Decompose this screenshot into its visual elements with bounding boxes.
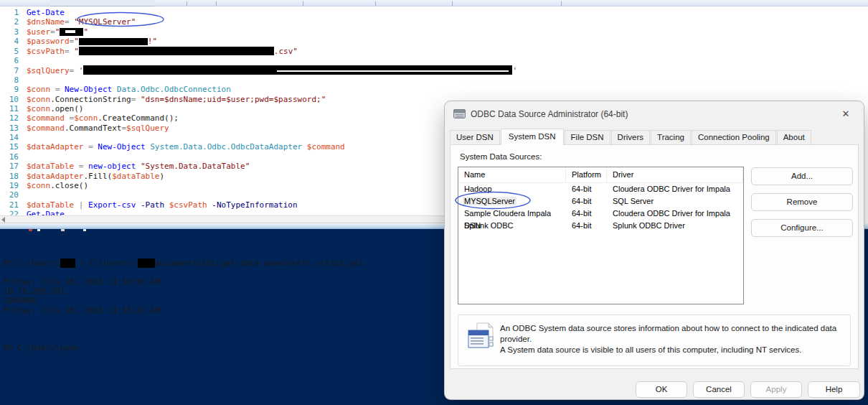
line-number: 10: [0, 95, 19, 104]
tab-about[interactable]: About: [777, 130, 811, 144]
console-line: [4, 230, 364, 239]
code-line[interactable]: 3$user="": [0, 27, 868, 37]
line-number: 7: [0, 66, 19, 75]
tab-drivers[interactable]: Drivers: [611, 130, 650, 144]
dsn-driver: Cloudera ODBC Driver for Impala: [607, 183, 743, 195]
code-line[interactable]: 2$dnsName= "MYSQLServer": [0, 17, 868, 27]
line-number: 19: [0, 181, 19, 190]
line-number: 1: [0, 8, 19, 17]
code-line[interactable]: 9$conn = New-Object Data.Odbc.OdbcConnec…: [0, 85, 868, 94]
line-number: 11: [0, 104, 19, 113]
screen: 1Get-Date2$dnsName= "MYSQLServer"3$user=…: [0, 0, 868, 405]
code-line[interactable]: 5$csvPath= ".csv": [0, 47, 868, 56]
tab-strip-tick: [561, 1, 562, 6]
line-number: 3: [0, 27, 19, 37]
tab-strip-tick: [187, 1, 187, 6]
odbc-app-icon: [453, 108, 466, 119]
line-number: 6: [0, 56, 19, 65]
cancel-button[interactable]: Cancel: [693, 381, 745, 398]
add-button[interactable]: Add...: [751, 167, 853, 185]
column-header-platform: Platform: [566, 167, 607, 182]
line-number: 17: [0, 162, 19, 171]
dsn-name: MYSQLServer: [458, 195, 566, 208]
column-header-name: Name: [458, 167, 566, 182]
system-dsn-tab-page: System Data Sources: NamePlatformDriver …: [450, 144, 859, 369]
dsn-row[interactable]: MYSQLServer64-bitSQL Server: [458, 195, 743, 208]
console-line: [4, 315, 364, 325]
console-line: 1000000: [4, 296, 364, 305]
horizontal-scrollbar[interactable]: [0, 215, 444, 223]
tab-file-dsn[interactable]: File DSN: [565, 130, 610, 144]
redaction-bar: [60, 259, 75, 268]
line-number: 20: [0, 190, 19, 200]
tab-user-dsn[interactable]: User DSN: [450, 130, 500, 144]
scroll-left-icon[interactable]: [1, 217, 5, 223]
dialog-tabs: User DSNSystem DSNFile DSNDriversTracing…: [450, 128, 859, 144]
console-output: PS C:\Users\ > C:\Users\rDocuments\SQL g…: [4, 230, 364, 353]
ok-button[interactable]: OK: [636, 381, 687, 398]
redaction-bar: [60, 28, 83, 36]
console-line: Friday, July 28, 2023 11:55:37 AM: [4, 306, 364, 315]
dsn-platform: 64-bit: [566, 208, 607, 220]
dsn-info-text: An ODBC System data source stores inform…: [500, 323, 844, 355]
console-line: [4, 268, 364, 277]
dsn-driver: SQL Server: [607, 195, 743, 208]
tab-strip-tick: [216, 1, 217, 6]
editor-tab-strip: [0, 0, 868, 6]
help-button[interactable]: Help: [808, 381, 860, 398]
tab-connection-pooling[interactable]: Connection Pooling: [692, 130, 776, 144]
dsn-driver: Splunk ODBC Driver: [607, 220, 743, 232]
odbc-dialog: ODBC Data Source Administrator (64-bit) …: [445, 101, 864, 399]
tab-strip-tick: [452, 1, 453, 6]
dsn-row[interactable]: Sample Cloudera Impala DSN64-bitCloudera…: [458, 208, 743, 220]
code-line[interactable]: 7$sqlQuery= '': [0, 65, 868, 75]
code-line[interactable]: 8: [0, 75, 868, 85]
redaction-bar: [79, 38, 148, 45]
line-number: 2: [0, 17, 19, 27]
line-number: 12: [0, 113, 19, 123]
tab-strip-tick: [375, 1, 376, 6]
console-line: [4, 325, 364, 334]
line-number: 22: [0, 210, 19, 215]
close-icon[interactable]: ✕: [839, 107, 853, 121]
line-number: 8: [0, 75, 19, 85]
console-line: PS C:\Users\ > C:\Users\rDocuments\SQL g…: [4, 259, 364, 268]
dsn-driver: Cloudera ODBC Driver for Impala: [607, 208, 743, 220]
dsn-list-rows: Hadoop64-bitCloudera ODBC Driver for Imp…: [458, 183, 743, 232]
line-number: 21: [0, 200, 19, 210]
console-line: [4, 334, 364, 343]
tab-strip-tick: [303, 1, 303, 6]
dsn-row[interactable]: Splunk ODBC64-bitSplunk ODBC Driver: [458, 220, 743, 232]
redaction-bar: [79, 47, 274, 55]
tab-system-dsn[interactable]: System DSN: [501, 129, 564, 145]
line-number: 14: [0, 133, 19, 142]
code-line[interactable]: 1Get-Date: [0, 8, 868, 17]
dsn-row[interactable]: Hadoop64-bitCloudera ODBC Driver for Imp…: [458, 183, 743, 195]
remove-button[interactable]: Remove: [751, 193, 853, 211]
console-line: PS C:\Users\nom>: [4, 343, 364, 353]
dsn-list[interactable]: NamePlatformDriver Hadoop64-bitCloudera …: [458, 167, 744, 304]
configure-button[interactable]: Configure...: [751, 219, 853, 237]
dsn-list-header: NamePlatformDriver: [458, 167, 743, 183]
redaction-bar: [138, 259, 155, 268]
console-line: 10.76.209.201: [4, 287, 364, 296]
console-line: [4, 239, 364, 248]
code-line[interactable]: 6: [0, 56, 868, 65]
line-number: 16: [0, 152, 19, 162]
dsn-info-line1: An ODBC System data source stores inform…: [500, 323, 844, 345]
tab-tracing[interactable]: Tracing: [651, 130, 691, 144]
line-number: 9: [0, 85, 19, 94]
line-number: 4: [0, 37, 19, 46]
line-number: 18: [0, 172, 19, 181]
dialog-title: ODBC Data Source Administrator (64-bit): [471, 109, 628, 119]
dsn-name: Hadoop: [458, 183, 566, 195]
dsn-info-box: An ODBC System data source stores inform…: [458, 315, 851, 366]
dsn-info-line2: A System data source is visible to all u…: [500, 345, 844, 355]
dsn-platform: 64-bit: [566, 220, 607, 232]
line-number: 15: [0, 142, 19, 152]
redaction-bar: [83, 65, 512, 75]
code-line[interactable]: 4$password="!": [0, 37, 868, 46]
dialog-titlebar[interactable]: ODBC Data Source Administrator (64-bit) …: [445, 101, 864, 127]
column-header-driver: Driver: [607, 167, 743, 182]
system-dsn-icon: [467, 322, 496, 353]
